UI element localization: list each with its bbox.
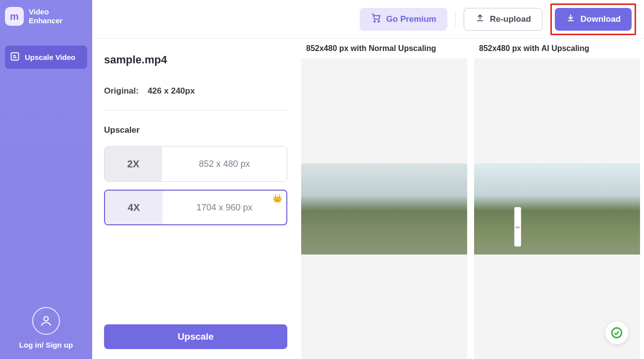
- content: sample.mp4 Original: 426 x 240px Upscale…: [92, 39, 644, 359]
- brand-line1: Video: [29, 7, 62, 16]
- original-value: 426 x 240px: [148, 86, 195, 96]
- option-factor-2x: 2X: [105, 147, 162, 181]
- success-badge: [605, 321, 628, 344]
- sidebar: m Video Enhancer Upscale Video Log in/ S…: [0, 0, 92, 359]
- settings-panel: sample.mp4 Original: 426 x 240px Upscale…: [92, 39, 299, 359]
- previews: 852x480 px with Normal Upscaling 852x480…: [299, 39, 644, 359]
- original-row: Original: 426 x 240px: [104, 86, 287, 110]
- main: Go Premium Re-upload Download sample.mp4…: [92, 0, 644, 359]
- nav-upscale-video[interactable]: Upscale Video: [5, 46, 87, 69]
- svg-rect-0: [11, 53, 19, 60]
- nav-upscale-label: Upscale Video: [25, 53, 75, 61]
- reupload-button[interactable]: Re-upload: [464, 8, 542, 31]
- highlight-download: Download: [550, 3, 636, 35]
- reupload-label: Re-upload: [490, 14, 531, 24]
- go-premium-button[interactable]: Go Premium: [360, 8, 447, 31]
- brand-logo: m: [5, 7, 24, 26]
- crown-icon: 👑: [272, 194, 282, 203]
- brand-line2: Enhancer: [29, 16, 62, 25]
- splitter-handle[interactable]: ◂▸: [514, 207, 521, 247]
- svg-point-1: [44, 316, 49, 321]
- preview-normal-header: 852x480 px with Normal Upscaling: [301, 39, 467, 58]
- sidebar-footer: Log in/ Sign up: [5, 307, 87, 352]
- download-button[interactable]: Download: [555, 8, 632, 31]
- topbar-divider: [455, 12, 456, 26]
- topbar: Go Premium Re-upload Download: [92, 0, 644, 39]
- upscaler-label: Upscaler: [104, 125, 287, 135]
- svg-point-3: [378, 21, 379, 22]
- preview-normal: 852x480 px with Normal Upscaling: [301, 39, 467, 359]
- upload-icon: [475, 13, 485, 25]
- brand: m Video Enhancer: [5, 7, 87, 26]
- preview-normal-body: [301, 58, 467, 359]
- login-signup-link[interactable]: Log in/ Sign up: [19, 341, 73, 349]
- preview-normal-image: [301, 163, 467, 255]
- original-label: Original:: [104, 86, 139, 96]
- option-resolution-2x: 852 x 480 px: [162, 147, 287, 181]
- upscale-icon: [10, 51, 20, 63]
- download-icon: [566, 13, 576, 25]
- upscaler-option-2x[interactable]: 2X 852 x 480 px: [104, 146, 287, 182]
- svg-point-2: [374, 21, 376, 22]
- upscale-button[interactable]: Upscale: [104, 324, 287, 349]
- cart-icon: [371, 12, 381, 26]
- option-resolution-4x: 1704 x 960 px: [162, 191, 286, 224]
- preview-ai: 852x480 px with AI Upscaling: [474, 39, 640, 359]
- option-factor-4x: 4X: [105, 191, 162, 224]
- avatar[interactable]: [32, 307, 60, 335]
- preview-ai-body: [474, 58, 640, 359]
- upscaler-option-4x[interactable]: 4X 1704 x 960 px 👑: [104, 190, 287, 225]
- preview-ai-image: [474, 163, 640, 255]
- brand-name: Video Enhancer: [29, 7, 62, 25]
- filename: sample.mp4: [104, 53, 287, 66]
- download-label: Download: [581, 14, 621, 24]
- preview-ai-header: 852x480 px with AI Upscaling: [474, 39, 640, 58]
- go-premium-label: Go Premium: [386, 14, 436, 24]
